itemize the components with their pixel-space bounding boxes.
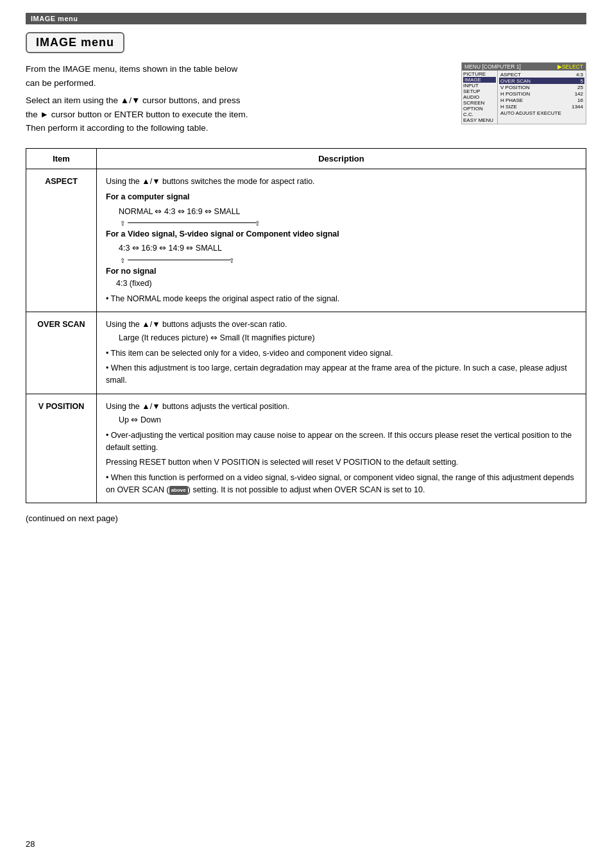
menu-right-vpos-val: 25 <box>577 85 583 90</box>
intro-line3: Select an item using the ▲/▼ cursor butt… <box>26 94 448 108</box>
vposition-cycle: Up ⇔ Down <box>119 414 577 426</box>
col-desc-header: Description <box>97 148 586 169</box>
aspect-video-cycle-arrows: ⇧ ⇧ <box>119 256 234 263</box>
aspect-video-arrow-left: ⇧ <box>120 256 125 266</box>
overscan-desc-cell: Using the ▲/▼ buttons adjusts the over-s… <box>97 312 586 394</box>
aspect-note: • The NORMAL mode keeps the original asp… <box>106 293 577 305</box>
aspect-computer-arrow-right: ⇧ <box>255 219 260 229</box>
table-row-vposition: V POSITION Using the ▲/▼ buttons adjusts… <box>26 394 586 503</box>
menu-right-aspect-val: 4:3 <box>576 72 583 78</box>
continued-text: (continued on next page) <box>26 513 586 523</box>
aspect-desc-cell: Using the ▲/▼ buttons switches the mode … <box>97 169 586 312</box>
aspect-nosignal-value: 4:3 (fixed) <box>116 278 577 290</box>
vposition-note1: • Over-adjusting the vertical position m… <box>106 430 577 455</box>
menu-body: PICTURE IMAGE INPUT SETUP AUDIO SCREEN O… <box>462 71 586 124</box>
intro-line2: can be performed. <box>26 76 448 90</box>
intro-line1: From the IMAGE menu, items shown in the … <box>26 62 448 76</box>
menu-right-autoadjust-label: AUTO ADJUST EXECUTE <box>500 110 561 116</box>
menu-right-hpos: H POSITION 142 <box>499 90 584 97</box>
menu-right-vpos: V POSITION 25 <box>499 84 584 90</box>
menu-right-hsize-val: 1344 <box>572 104 583 110</box>
aspect-computer-label: For a computer signal <box>106 191 577 203</box>
table-row-overscan: OVER SCAN Using the ▲/▼ buttons adjusts … <box>26 312 586 394</box>
aspect-video-label: For a Video signal, S-video signal or Co… <box>106 228 577 240</box>
menu-item-screen: SCREEN <box>463 100 496 106</box>
aspect-video-cycle: 4:3 ⇔ 16:9 ⇔ 14:9 ⇔ SMALL ⇧ ⇧ <box>119 242 577 263</box>
page-title: IMAGE menu <box>26 32 124 53</box>
main-table: Item Description ASPECT Using the ▲/▼ bu… <box>26 148 586 504</box>
aspect-computer-line <box>128 222 256 223</box>
vposition-note2: Pressing RESET button when V POSITION is… <box>106 456 577 469</box>
menu-item-easymenu: EASY MENU <box>463 117 496 123</box>
aspect-video-arrow-right: ⇧ <box>229 256 234 266</box>
menu-right-autoadjust: AUTO ADJUST EXECUTE <box>499 110 584 116</box>
aspect-computer-arrow-left: ⇧ <box>120 219 125 229</box>
menu-header-left: MENU [COMPUTER 1] <box>464 63 521 70</box>
menu-left-col: PICTURE IMAGE INPUT SETUP AUDIO SCREEN O… <box>462 71 497 124</box>
overscan-cycle: Large (It reduces picture) ⇔ Small (It m… <box>119 332 577 344</box>
menu-right-col: ASPECT 4:3 OVER SCAN 5 V POSITION 25 H P… <box>498 71 586 124</box>
menu-item-image: IMAGE <box>463 77 496 83</box>
above-ref-icon: above <box>169 486 188 495</box>
aspect-intro: Using the ▲/▼ buttons switches the mode … <box>106 176 577 188</box>
menu-right-hphase: H PHASE 16 <box>499 97 584 103</box>
menu-header-right: ▶SELECT <box>557 63 583 70</box>
menu-item-option: OPTION <box>463 106 496 112</box>
intro-text: From the IMAGE menu, items shown in the … <box>26 62 448 135</box>
vposition-note3: • When this function is performed on a v… <box>106 472 577 497</box>
menu-item-input: INPUT <box>463 83 496 88</box>
aspect-video-line <box>128 260 230 260</box>
menu-right-hsize: H SIZE 1344 <box>499 103 584 110</box>
aspect-computer-cycle: NORMAL ⇔ 4:3 ⇔ 16:9 ⇔ SMALL ⇧ ⇧ <box>119 206 577 226</box>
intro-line4: the ► cursor button or ENTER button to e… <box>26 108 448 122</box>
overscan-intro: Using the ▲/▼ buttons adjusts the over-s… <box>106 319 577 331</box>
aspect-video-cycle-text: 4:3 ⇔ 16:9 ⇔ 14:9 ⇔ SMALL <box>119 242 577 255</box>
overscan-note2: • When this adjustment is too large, cer… <box>106 362 577 387</box>
menu-right-hsize-label: H SIZE <box>500 104 517 110</box>
menu-right-vpos-label: V POSITION <box>500 85 530 90</box>
menu-right-hphase-label: H PHASE <box>500 97 523 103</box>
vposition-desc-cell: Using the ▲/▼ buttons adjusts the vertic… <box>97 394 586 503</box>
menu-right-hphase-val: 16 <box>577 97 583 103</box>
menu-right-hpos-val: 142 <box>575 91 583 97</box>
menu-header: MENU [COMPUTER 1] ▶SELECT <box>462 63 586 71</box>
menu-right-aspect-label: ASPECT <box>500 72 521 78</box>
menu-item-cc: C.C. <box>463 112 496 117</box>
intro-line5: Then perform it according to the followi… <box>26 121 448 135</box>
table-header-row: Item Description <box>26 148 586 169</box>
overscan-item-cell: OVER SCAN <box>26 312 97 394</box>
vposition-note3-end: ) setting. It is not possible to adjust … <box>188 485 425 494</box>
intro-section: From the IMAGE menu, items shown in the … <box>26 62 586 135</box>
menu-item-picture: PICTURE <box>463 71 496 77</box>
menu-item-audio: AUDIO <box>463 94 496 100</box>
menu-screenshot: MENU [COMPUTER 1] ▶SELECT PICTURE IMAGE … <box>461 62 586 124</box>
menu-item-setup: SETUP <box>463 88 496 94</box>
page-number: 28 <box>26 839 35 849</box>
aspect-computer-cycle-arrows: ⇧ ⇧ <box>119 219 260 226</box>
overscan-note1: • This item can be selected only for a v… <box>106 347 577 360</box>
aspect-nosignal-label: For no signal <box>106 265 577 278</box>
aspect-computer-cycle-text: NORMAL ⇔ 4:3 ⇔ 16:9 ⇔ SMALL <box>119 206 577 218</box>
menu-right-aspect: ASPECT 4:3 <box>499 71 584 78</box>
header-bar: IMAGE menu <box>26 13 586 24</box>
vposition-item-cell: V POSITION <box>26 394 97 503</box>
menu-right-overscan-val: 5 <box>581 78 583 84</box>
col-item-header: Item <box>26 148 97 169</box>
menu-right-hpos-label: H POSITION <box>500 91 530 97</box>
aspect-item-cell: ASPECT <box>26 169 97 312</box>
menu-right-overscan: OVER SCAN 5 <box>499 78 584 84</box>
vposition-intro: Using the ▲/▼ buttons adjusts the vertic… <box>106 401 577 413</box>
table-row-aspect: ASPECT Using the ▲/▼ buttons switches th… <box>26 169 586 312</box>
menu-right-overscan-label: OVER SCAN <box>500 78 531 84</box>
